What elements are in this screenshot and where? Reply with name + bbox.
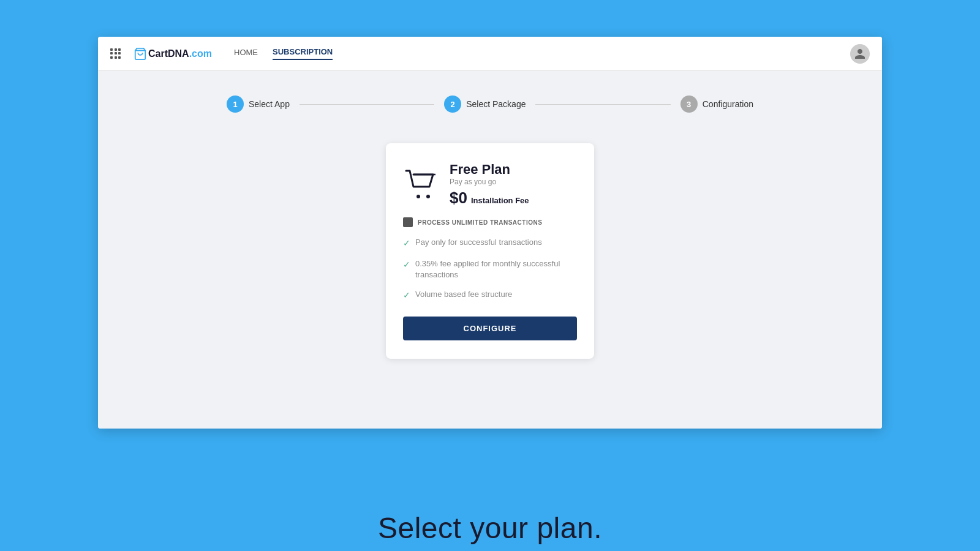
step-3-label: Configuration bbox=[703, 99, 753, 109]
user-avatar[interactable] bbox=[850, 44, 870, 64]
plan-card: Free Plan Pay as you go $0 Installation … bbox=[386, 143, 594, 359]
step-2-label: Select Package bbox=[466, 99, 526, 109]
price-amount: $0 bbox=[450, 189, 467, 208]
plan-subtitle: Pay as you go bbox=[450, 178, 529, 186]
nav-subscription[interactable]: SUBSCRIPTION bbox=[273, 47, 333, 60]
stepper: 1 Select App 2 Select Package 3 Configur… bbox=[227, 96, 753, 113]
step-1-circle: 1 bbox=[227, 96, 244, 113]
svg-point-1 bbox=[417, 195, 420, 198]
plan-divider: PROCESS UNLIMITED TRANSACTIONS bbox=[403, 217, 577, 227]
logo-text: CartDNA bbox=[148, 48, 189, 59]
feature-2: ✓ 0.35% fee applied for monthly successf… bbox=[403, 258, 577, 280]
feature-1: ✓ Pay only for successful transactions bbox=[403, 237, 577, 250]
feature-1-text: Pay only for successful transactions bbox=[415, 237, 542, 248]
grid-icon[interactable] bbox=[110, 48, 121, 59]
plan-info: Free Plan Pay as you go $0 Installation … bbox=[450, 162, 529, 208]
plan-price: $0 Installation Fee bbox=[450, 189, 529, 208]
browser-window: CartDNA.com HOME SUBSCRIPTION bbox=[98, 37, 882, 429]
configure-button[interactable]: CONFIGURE bbox=[403, 317, 577, 340]
step-1-label: Select App bbox=[249, 99, 290, 109]
feature-3: ✓ Volume based fee structure bbox=[403, 289, 577, 302]
feature-3-text: Volume based fee structure bbox=[415, 289, 512, 300]
logo[interactable]: CartDNA.com bbox=[134, 47, 212, 61]
check-icon-3: ✓ bbox=[403, 290, 410, 302]
nav-home[interactable]: HOME bbox=[234, 48, 258, 59]
logo-cart-icon bbox=[134, 47, 147, 61]
caption-text: Select your plan. bbox=[378, 512, 602, 544]
caption-bar: Select your plan. bbox=[0, 499, 980, 551]
user-icon bbox=[854, 48, 866, 60]
step-1: 1 Select App bbox=[227, 96, 290, 113]
plan-divider-text: PROCESS UNLIMITED TRANSACTIONS bbox=[418, 219, 542, 226]
step-line-2 bbox=[535, 104, 670, 105]
navbar-right bbox=[850, 44, 870, 64]
check-icon-2: ✓ bbox=[403, 259, 410, 271]
logo-domain: .com bbox=[189, 48, 212, 59]
plan-features: ✓ Pay only for successful transactions ✓… bbox=[403, 237, 577, 302]
plan-cart-icon bbox=[403, 167, 440, 203]
plan-badge-icon bbox=[403, 217, 413, 227]
feature-2-text: 0.35% fee applied for monthly successful… bbox=[415, 258, 577, 280]
step-3-circle: 3 bbox=[680, 96, 698, 113]
step-3: 3 Configuration bbox=[680, 96, 753, 113]
price-label: Installation Fee bbox=[471, 196, 529, 205]
content-area: 1 Select App 2 Select Package 3 Configur… bbox=[98, 71, 882, 429]
svg-point-2 bbox=[426, 195, 430, 198]
step-2-circle: 2 bbox=[444, 96, 461, 113]
nav-links: HOME SUBSCRIPTION bbox=[234, 47, 333, 60]
check-icon-1: ✓ bbox=[403, 238, 410, 250]
plan-header: Free Plan Pay as you go $0 Installation … bbox=[403, 162, 577, 208]
navbar: CartDNA.com HOME SUBSCRIPTION bbox=[98, 37, 882, 71]
step-2: 2 Select Package bbox=[444, 96, 526, 113]
step-line-1 bbox=[300, 104, 434, 105]
plan-name: Free Plan bbox=[450, 162, 529, 178]
navbar-left: CartDNA.com HOME SUBSCRIPTION bbox=[110, 47, 333, 61]
